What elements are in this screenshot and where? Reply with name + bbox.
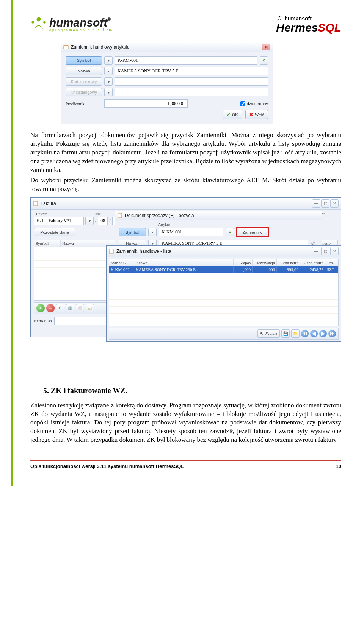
cell-symbol: K-KM-002 — [109, 266, 134, 273]
cell-jm: SZT — [325, 266, 338, 273]
page-header: humansoft® oprogramowanie dla firm human… — [30, 15, 341, 33]
pozostale-button[interactable]: Pozostałe dane — [34, 228, 75, 236]
svg-rect-4 — [64, 46, 68, 49]
col-symbol: Symbol — [34, 240, 61, 247]
col-rezerw[interactable]: Rezerwacja — [253, 259, 277, 266]
cell-zapas: ,000 — [234, 266, 253, 273]
reg-mark: ® — [107, 17, 111, 22]
ok-label: OK — [232, 112, 238, 117]
svg-rect-6 — [34, 201, 38, 206]
maximize-button[interactable]: ▢ — [321, 199, 329, 208]
cursor-icon: ↖ — [260, 331, 263, 336]
wroc-button[interactable]: ✖Wróć — [245, 110, 268, 119]
screenshot-composite: Faktura — ▢ ✕ Rejestr Rok Numer Data Kli… — [30, 196, 341, 370]
nazwa-label-button[interactable]: Nazwa — [66, 67, 102, 75]
nr-field[interactable] — [115, 88, 268, 96]
svg-rect-5 — [64, 45, 68, 46]
cell-nazwa: KAMERA SONY DCR-TRV 230 E — [134, 266, 234, 273]
col-zapas[interactable]: Zapas — [234, 259, 253, 266]
lookup-icon[interactable]: ⚲ — [226, 228, 234, 236]
close-button[interactable]: ✕ — [330, 247, 339, 255]
sql-wordmark: SQL — [318, 21, 341, 34]
wybierz-button[interactable]: ↖Wybierz — [257, 329, 280, 338]
nr-label-button[interactable]: Nr katalogowy — [66, 88, 102, 96]
dropdown-icon[interactable]: ▾ — [148, 228, 157, 236]
col-nazwa[interactable]: Nazwa — [134, 259, 234, 266]
humansoft-logo: humansoft® oprogramowanie dla firm — [30, 16, 113, 33]
wybierz-label: Wybierz — [264, 331, 277, 336]
dropdown-button[interactable]: ▾ — [104, 77, 113, 86]
svg-point-3 — [279, 16, 281, 18]
cell-cb: 2438,78 — [300, 266, 325, 273]
tool-icon[interactable]: ⬜ — [76, 304, 84, 312]
dialog-title: Zamiennik handlowy artykułu — [71, 44, 260, 50]
close-button[interactable]: ✕ — [262, 44, 270, 50]
close-button[interactable]: ✕ — [330, 199, 339, 208]
rejestr-label: Rejestr — [34, 212, 84, 216]
minimize-button[interactable]: — — [312, 199, 320, 208]
svg-rect-8 — [110, 249, 113, 254]
ok-button[interactable]: ✔OK — [223, 110, 242, 119]
tool-icon[interactable]: 🏢 — [66, 304, 74, 312]
dropdown-button[interactable]: ▾ — [104, 88, 113, 96]
table-row[interactable]: K-KM-002 KAMERA SONY DCR-TRV 230 E ,000 … — [109, 266, 338, 273]
check-icon: ✔ — [227, 112, 230, 117]
footer-title: Opis funkcjonalności wersji 3.11 systemu… — [30, 463, 184, 469]
section-5-heading: 5. ZK i fakturowanie WZ. — [43, 386, 341, 395]
symbol-label-button[interactable]: Symbol — [66, 56, 102, 65]
lista-window: Zamienniki handlowe - lista — ▢ ✕ Symbol… — [106, 245, 341, 342]
netto-label: Netto PLN — [34, 318, 52, 323]
nav-next-icon[interactable]: ▶ — [319, 330, 327, 337]
symbol-field[interactable] — [115, 56, 257, 65]
dropdown-button[interactable]: ▾ — [104, 56, 113, 65]
lookup-button[interactable]: ⚲ — [260, 56, 268, 65]
dwustronny-checkbox[interactable]: dwustronny — [240, 101, 268, 106]
pozycja-title: Dokument sprzedaży (F) - pozycja — [125, 213, 320, 218]
symbol-label-button[interactable]: Symbol — [119, 228, 146, 236]
tool-icon[interactable]: 🗓 — [56, 304, 64, 312]
rejestr-field[interactable] — [34, 217, 84, 225]
maximize-button[interactable]: ▢ — [321, 247, 329, 255]
nazwa-field[interactable] — [115, 67, 268, 75]
svg-rect-7 — [118, 213, 122, 218]
dropdown-button[interactable]: ▾ — [104, 67, 113, 75]
zamiennik-dialog: Zamiennik handlowy artykułu ✕ Symbol ▾ ⚲… — [61, 42, 273, 124]
save-icon[interactable]: 💾 — [281, 329, 290, 338]
kod-field[interactable] — [115, 77, 268, 86]
col-cena-brutto[interactable]: Cena brutto — [300, 259, 325, 266]
faktura-title: Faktura — [41, 201, 310, 206]
zamienniki-button[interactable]: Zamienniki — [238, 228, 267, 236]
add-icon[interactable]: + — [36, 304, 45, 312]
nav-last-icon[interactable]: ⏭ — [328, 330, 336, 337]
dialog-icon — [63, 44, 69, 50]
remove-icon[interactable]: − — [46, 304, 55, 312]
sort-icon: 2↓ — [125, 261, 128, 265]
nav-first-icon[interactable]: ⏮ — [301, 330, 309, 337]
przelicznik-field[interactable] — [104, 99, 188, 108]
dropdown-icon[interactable]: ▾ — [85, 217, 94, 225]
minimize-button[interactable]: — — [312, 247, 320, 255]
svg-point-1 — [31, 21, 34, 24]
tool-icon[interactable]: 📊 — [86, 304, 94, 312]
symbol-field[interactable] — [159, 228, 223, 236]
folder-icon[interactable]: 📁 — [291, 329, 300, 338]
page-number: 10 — [336, 463, 341, 469]
paragraph-1: Na formularzach pozycji dokumentów pojaw… — [30, 131, 341, 175]
col-jm[interactable]: J.m. — [325, 259, 338, 266]
artykul-label: Artykuł — [158, 222, 318, 227]
lista-title: Zamienniki handlowe - lista — [116, 249, 310, 254]
zamienniki-highlight: Zamienniki — [236, 227, 269, 237]
cancel-icon: ✖ — [249, 112, 253, 117]
hermes-wordmark: Hermes — [276, 21, 318, 34]
section-5-body: Zniesiono restrykcję związane z korektą … — [30, 401, 341, 445]
rok-field[interactable] — [98, 217, 108, 225]
cell-cn: 1999,00 — [277, 266, 300, 273]
kod-label-button[interactable]: Kod kreskowy — [66, 77, 102, 86]
doc-icon — [109, 249, 114, 254]
col-cena-netto[interactable]: Cena netto — [277, 259, 300, 266]
paragraph-2: Do wyboru przycisku Zamienniki można sko… — [30, 176, 341, 194]
nav-prev-icon[interactable]: ◀ — [310, 330, 318, 337]
col-symbol[interactable]: Symbol — [111, 260, 124, 265]
wroc-label: Wróć — [255, 112, 264, 117]
hermes-small-wordmark: humansoft — [284, 16, 312, 22]
